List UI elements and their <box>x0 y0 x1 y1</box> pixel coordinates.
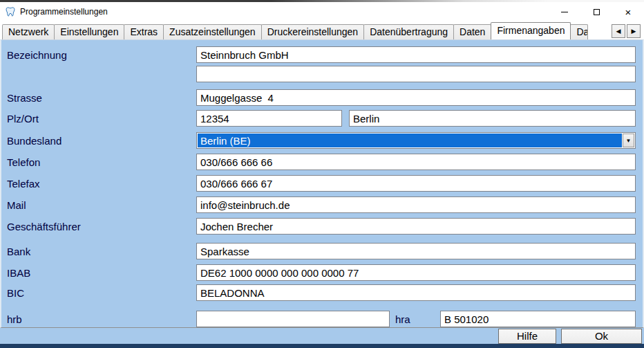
window-bottom-edge <box>0 344 644 348</box>
maximize-icon <box>594 9 600 15</box>
telefon-label: Telefon <box>7 156 196 168</box>
tab-netzwerk[interactable]: Netzwerk <box>2 24 55 39</box>
tab-firmenangaben[interactable]: Firmenangaben <box>491 22 571 39</box>
tab-scrollers: ◀ ▶ <box>612 24 641 38</box>
programmeinstellungen-dialog: Programmeinstellungen × Netzwerk Einstel… <box>0 0 644 348</box>
mail-label: Mail <box>7 199 196 211</box>
tab-druckereinstellungen[interactable]: Druckereinstellungen <box>261 24 365 39</box>
tab-strip: Netzwerk Einstellungen Extras Zusatzeins… <box>0 21 644 39</box>
hra-label: hra <box>390 313 440 325</box>
geschaeftsfuehrer-label: Geschäftsführer <box>7 221 196 232</box>
arrow-left-icon: ◀ <box>616 28 621 35</box>
tab-partial[interactable]: Da <box>570 24 588 39</box>
row-strasse: Strasse <box>7 89 636 106</box>
hra-input[interactable] <box>440 311 636 327</box>
bank-input[interactable] <box>196 243 636 259</box>
combobox-dropdown-button[interactable]: ▼ <box>623 134 634 147</box>
row-bic: BIC <box>7 284 636 301</box>
telefon-input[interactable] <box>196 154 636 170</box>
mail-input[interactable] <box>196 196 636 213</box>
row-bank: Bank <box>7 243 636 259</box>
caption-buttons: × <box>549 2 644 21</box>
row-telefax: Telefax <box>7 175 636 192</box>
tab-datenuebertragung[interactable]: Datenübertragung <box>363 24 454 39</box>
row-bezeichnung2 <box>7 66 636 82</box>
strasse-input[interactable] <box>196 89 636 106</box>
plz-ort-label: Plz/Ort <box>7 113 196 125</box>
title-bar: Programmeinstellungen × <box>0 2 644 21</box>
tab-einstellungen[interactable]: Einstellungen <box>54 24 124 39</box>
maximize-button[interactable] <box>580 2 612 21</box>
hilfe-button[interactable]: Hilfe <box>498 329 556 344</box>
tab-extras[interactable]: Extras <box>124 24 164 39</box>
dialog-footer: Hilfe Ok <box>0 328 644 344</box>
tab-scroll-left-button[interactable]: ◀ <box>612 24 625 38</box>
row-bundesland: Bundesland Berlin (BE) ▼ <box>7 132 636 149</box>
plz-input[interactable] <box>196 110 342 127</box>
bezeichnung2-input[interactable] <box>196 66 636 82</box>
row-ibab: IBAB <box>7 264 636 281</box>
minimize-icon <box>561 12 568 12</box>
geschaeftsfuehrer-input[interactable] <box>196 218 636 235</box>
tab-scroll-right-button[interactable]: ▶ <box>627 24 641 38</box>
row-geschaeftsfuehrer: Geschäftsführer <box>7 218 636 235</box>
bic-label: BIC <box>7 287 196 299</box>
hrb-input[interactable] <box>196 311 390 327</box>
minimize-button[interactable] <box>549 2 580 21</box>
row-telefon: Telefon <box>7 154 636 170</box>
strasse-label: Strasse <box>7 92 196 104</box>
row-bezeichnung: Bezeichnung <box>7 46 636 63</box>
ibab-label: IBAB <box>7 267 196 279</box>
telefax-input[interactable] <box>196 175 636 192</box>
close-icon: × <box>625 7 632 17</box>
hrb-label: hrb <box>7 313 196 325</box>
close-button[interactable]: × <box>612 2 644 21</box>
ok-button[interactable]: Ok <box>561 329 642 344</box>
row-hrb-hra: hrb hra <box>7 311 636 327</box>
bundesland-selected-value: Berlin (BE) <box>198 134 622 147</box>
bezeichnung-input[interactable] <box>196 46 636 63</box>
tooth-icon <box>5 6 16 17</box>
ort-input[interactable] <box>349 110 636 127</box>
bic-input[interactable] <box>196 284 636 301</box>
row-plz-ort: Plz/Ort <box>7 110 636 127</box>
bezeichnung-label: Bezeichnung <box>7 49 196 61</box>
chevron-down-icon: ▼ <box>626 138 632 144</box>
firmenangaben-page: Bezeichnung Strasse Plz/Ort Bundesland B… <box>0 39 644 328</box>
tab-zusatzeinstellungen[interactable]: Zusatzeinstellungen <box>163 24 262 39</box>
tab-daten[interactable]: Daten <box>453 24 491 39</box>
bank-label: Bank <box>7 246 196 257</box>
bundesland-label: Bundesland <box>7 135 196 147</box>
row-mail: Mail <box>7 196 636 213</box>
bundesland-combobox[interactable]: Berlin (BE) ▼ <box>196 132 636 149</box>
telefax-label: Telefax <box>7 178 196 190</box>
ibab-input[interactable] <box>196 264 636 281</box>
window-title: Programmeinstellungen <box>20 7 108 17</box>
arrow-right-icon: ▶ <box>632 28 636 35</box>
